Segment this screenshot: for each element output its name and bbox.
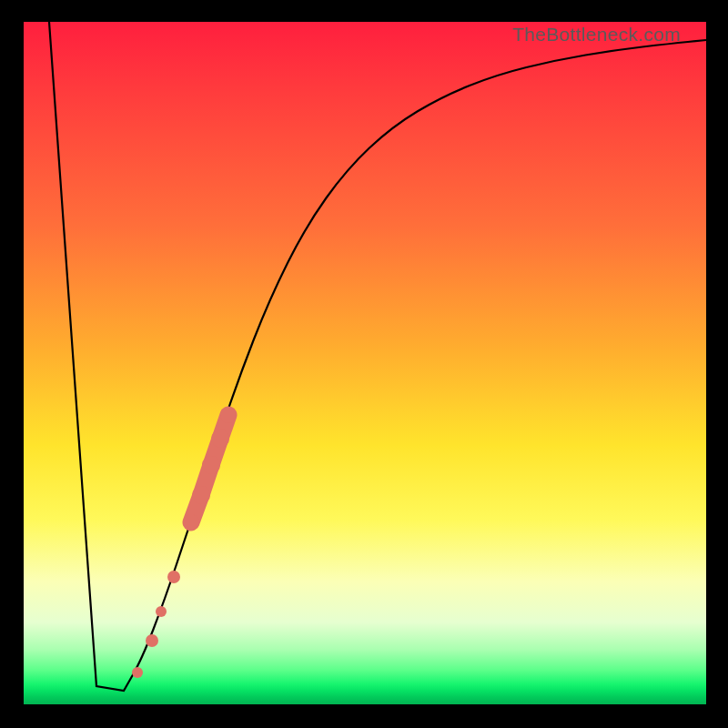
data-marker bbox=[167, 571, 180, 583]
data-marker bbox=[192, 486, 210, 504]
data-marker bbox=[146, 634, 158, 647]
chart-frame: TheBottleneck.com bbox=[0, 0, 728, 728]
data-marker bbox=[211, 430, 229, 448]
data-marker bbox=[156, 606, 167, 617]
data-marker bbox=[202, 456, 220, 474]
bottleneck-curve bbox=[49, 22, 706, 691]
chart-svg bbox=[24, 22, 706, 704]
data-marker bbox=[132, 667, 143, 678]
data-marker bbox=[183, 514, 199, 531]
plot-area: TheBottleneck.com bbox=[24, 22, 706, 704]
data-marker bbox=[220, 407, 237, 423]
